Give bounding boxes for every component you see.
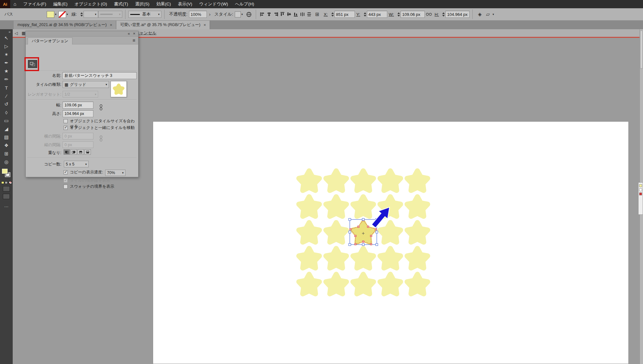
collapsed-panel-dock[interactable]: [638, 182, 643, 215]
fit-tile-checkbox[interactable]: [64, 119, 68, 123]
x-label[interactable]: X:: [324, 12, 328, 17]
pattern-exit-icon[interactable]: ◁: [15, 31, 18, 36]
overlap-right-front-button[interactable]: [71, 149, 77, 155]
overlap-top-front-button[interactable]: [78, 149, 84, 155]
h-input[interactable]: [445, 11, 470, 18]
dock-swatch-icon[interactable]: [639, 192, 642, 195]
w-input[interactable]: [401, 11, 425, 18]
panel-collapse-icon[interactable]: «: [128, 31, 130, 36]
overlap-left-front-button[interactable]: [64, 149, 70, 155]
move-with-tile-checkbox[interactable]: [64, 126, 68, 130]
constrain-proportions-icon[interactable]: [426, 11, 432, 17]
dock-swatch-icon[interactable]: [639, 184, 642, 187]
fill-dropdown-icon[interactable]: ▾: [55, 13, 57, 16]
tile-width-input[interactable]: [63, 102, 93, 109]
toolbar-collapse-icon[interactable]: »: [9, 30, 10, 34]
pen-tool-icon[interactable]: ✒: [0, 59, 13, 67]
draw-mode-button[interactable]: [3, 186, 10, 192]
recolor-artwork-icon[interactable]: [246, 11, 252, 17]
align-center-horizontal-icon[interactable]: [266, 12, 272, 17]
type-tool-icon[interactable]: T: [0, 84, 13, 92]
tile-height-input[interactable]: [63, 110, 93, 117]
direct-selection-tool-icon[interactable]: ▷: [0, 42, 13, 51]
home-icon[interactable]: ⌂: [10, 0, 20, 8]
w-stepper[interactable]: [397, 11, 401, 17]
align-top-icon[interactable]: [280, 12, 285, 17]
align-middle-vertical-icon[interactable]: [286, 12, 292, 17]
distribute-horizontal-icon[interactable]: [300, 12, 305, 17]
screen-mode-button[interactable]: [3, 194, 10, 199]
rotate-tool-icon[interactable]: ↺: [0, 100, 13, 108]
menu-item-6[interactable]: 効果(C): [153, 0, 174, 8]
panel-titlebar[interactable]: « ×: [26, 31, 138, 37]
menu-item-8[interactable]: ウィンドウ(W): [196, 0, 232, 8]
panel-menu-icon[interactable]: ≡: [132, 37, 135, 43]
align-left-icon[interactable]: [260, 12, 265, 17]
style-dropdown-icon[interactable]: ▾: [241, 13, 243, 16]
line-tool-icon[interactable]: ∕: [0, 92, 13, 100]
transform-reference-icon[interactable]: ⊞: [315, 11, 319, 17]
rectangle-tool-icon[interactable]: ▭: [0, 117, 13, 125]
menu-item-7[interactable]: 表示(V): [174, 0, 196, 8]
size-link-icon[interactable]: [98, 104, 104, 111]
opacity-panel-chevron[interactable]: ›: [209, 12, 211, 17]
knife-tool-icon[interactable]: ◊: [0, 108, 13, 117]
align-right-icon[interactable]: [273, 12, 278, 17]
free-transform-icon[interactable]: ◈: [478, 11, 482, 17]
dock-swatch-icon[interactable]: [639, 188, 642, 191]
gradient-mode-button[interactable]: [5, 181, 8, 184]
gap-link-icon[interactable]: [98, 135, 104, 143]
menu-item-5[interactable]: 選択(S): [132, 0, 153, 8]
overlap-bottom-front-button[interactable]: [85, 149, 91, 155]
stroke-color-swatch[interactable]: [58, 11, 66, 18]
dim-value-select[interactable]: 70% ▾: [105, 170, 125, 176]
magic-wand-tool-icon[interactable]: ✶: [0, 51, 13, 59]
color-mode-button[interactable]: [1, 181, 4, 184]
illustrator-logo[interactable]: Ai: [0, 0, 10, 8]
shear-icon[interactable]: ▱: [486, 11, 490, 17]
align-bottom-icon[interactable]: [293, 12, 298, 17]
h-label[interactable]: H:: [435, 12, 439, 17]
eyedropper-tool-icon[interactable]: ◢: [0, 125, 13, 133]
toolbar-more-icon[interactable]: …: [4, 203, 9, 208]
fill-swatch[interactable]: [2, 169, 8, 174]
stroke-weight-select[interactable]: ▾: [84, 11, 98, 18]
selection-tool-icon[interactable]: ↖: [0, 34, 13, 42]
width-profile-select[interactable]: ▾: [98, 11, 122, 18]
x-stepper[interactable]: [331, 11, 335, 17]
gradient-tool-icon[interactable]: ▧: [0, 133, 13, 141]
shear-dropdown-icon[interactable]: ▾: [493, 13, 494, 16]
x-input[interactable]: [335, 11, 355, 18]
tab-close-icon[interactable]: ×: [110, 23, 112, 27]
y-label[interactable]: Y:: [356, 12, 360, 17]
y-stepper[interactable]: [364, 11, 367, 17]
swatch-bounds-checkbox[interactable]: [64, 185, 68, 189]
h-stepper[interactable]: [442, 11, 445, 17]
toolbar-fill-stroke[interactable]: [0, 168, 13, 180]
menu-item-9[interactable]: ヘルプ(H): [232, 0, 258, 8]
fill-color-swatch[interactable]: [47, 11, 54, 18]
document-tab-1[interactable]: moppy_flat_2021.ai @ 34.55 % (RGB/プレビュー)…: [14, 21, 116, 29]
stroke-dropdown-icon[interactable]: ▾: [67, 13, 68, 16]
document-tab-2[interactable]: 可愛い背景.ai* @ 35.75 % (RGB/プレビュー)×: [116, 21, 210, 29]
brush-definition-select[interactable]: 基本▾: [128, 11, 161, 18]
pattern-name-input[interactable]: [63, 72, 137, 79]
shape-tool-icon[interactable]: ★: [0, 67, 13, 75]
graphic-style-swatch[interactable]: [235, 11, 241, 17]
menu-item-3[interactable]: オブジェクト(O): [71, 0, 111, 8]
zoom-tool-icon[interactable]: ◎: [0, 158, 13, 166]
paintbrush-tool-icon[interactable]: ✏: [0, 75, 13, 84]
artboard-tool-icon[interactable]: ⊞: [0, 150, 13, 158]
panel-tab[interactable]: パターンオプション: [28, 37, 72, 44]
tile-type-select[interactable]: ▦ グリッド ▾: [63, 81, 109, 88]
tab-close-icon[interactable]: ×: [204, 23, 206, 27]
menu-item-1[interactable]: ファイル(F): [20, 0, 50, 8]
opacity-input[interactable]: [189, 11, 207, 18]
stroke-weight-stepper[interactable]: [80, 11, 84, 17]
y-input[interactable]: [367, 11, 387, 18]
copies-select[interactable]: 5 x 5 ▾: [64, 161, 89, 167]
dim-copies-checkbox[interactable]: [64, 170, 68, 174]
none-mode-button[interactable]: [9, 181, 12, 184]
scrollbar-thumb[interactable]: [640, 30, 643, 69]
menu-item-4[interactable]: 書式(T): [111, 0, 132, 8]
